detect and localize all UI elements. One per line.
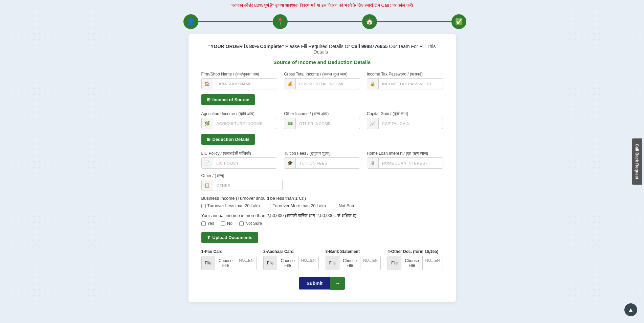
capital-gain-input-wrapper: 📈 [367, 118, 443, 129]
top-bar-suffix: पर कॉल करें! [393, 3, 413, 8]
annual-yes-item[interactable]: Yes [201, 221, 214, 226]
step-circle-2: 📍 [273, 14, 288, 29]
pan-choose-file-button[interactable]: Choose File [215, 256, 236, 270]
scroll-to-top-button[interactable]: ▲ [624, 303, 637, 316]
firm-shop-icon: 🏠 [202, 79, 213, 89]
section-title-text: Source of Income and [273, 59, 328, 65]
annual-not-sure-label: Not Sure [245, 221, 262, 226]
step-line-1 [198, 21, 273, 22]
progress-bar: 👤 📍 🏠 ✅ [0, 11, 644, 34]
bank-no-file-text: NO...EN [360, 256, 380, 270]
step-line-3 [377, 21, 451, 22]
top-bar-text: "आपका ऑर्डर 80% पूर्ण है" कृपया आवश्यक व… [231, 3, 393, 8]
tax-password-input[interactable] [379, 79, 443, 89]
capital-gain-group: Capital Gain / (पूंजी लाभ) 📈 [367, 111, 443, 129]
other-deduction-group: Other / (अन्य) 📋 [201, 173, 283, 191]
upload-documents-button[interactable]: ⬆ Upload Documents [201, 232, 258, 243]
lic-policy-input-wrapper: 📄 [201, 157, 277, 169]
turnover-less-item[interactable]: Turnover Less than 20 Lakh [201, 203, 260, 208]
business-income-label: Business Income (Turnover should be less… [201, 196, 443, 201]
other-doc-no-file-text: NO...EN [423, 256, 443, 270]
other-income-group: Other Income / (अन्य आय) 💵 [284, 111, 360, 129]
annual-income-checkboxes: Yes No Not Sure [201, 221, 443, 226]
lic-policy-input[interactable] [213, 158, 277, 168]
lic-policy-group: LIC Policy / (एलआईसी पॉलिसी) 📄 [201, 151, 277, 169]
bank-statement-file-row: File Choose File NO...EN [326, 256, 381, 270]
annual-not-sure-checkbox[interactable] [239, 221, 244, 226]
other-deduction-input[interactable] [213, 180, 282, 191]
firm-shop-group: Firm/Shop Name / (फर्म/दुकान नाम) 🏠 [201, 72, 277, 89]
income-source-btn-icon: ⊞ [207, 97, 210, 102]
turnover-less-checkbox[interactable] [201, 204, 206, 208]
firm-shop-input[interactable] [213, 79, 277, 89]
gross-income-input[interactable] [296, 79, 360, 89]
capital-gain-input[interactable] [379, 119, 443, 129]
deduction-details-button[interactable]: ⊞ Deduction Details [201, 134, 255, 145]
annual-no-checkbox[interactable] [221, 221, 225, 226]
agriculture-income-label: Agriculture Income / (कृषि आय) [201, 111, 277, 116]
aadhaar-no-file-text: NO...EN [298, 256, 318, 270]
gross-income-icon: 💰 [284, 79, 296, 89]
firm-shop-label: Firm/Shop Name / (फर्म/दुकान नाम) [201, 72, 277, 77]
submit-button[interactable]: Submit → [299, 277, 345, 290]
bank-file-button[interactable]: File [326, 256, 339, 270]
annual-income-label: Your annual income is more than 2,50,000… [201, 213, 443, 218]
capital-gain-icon: 📈 [367, 118, 379, 129]
income-source-btn-label: Income of Source [213, 97, 249, 102]
other-doc-label: 4-Other Doc. (form 16,16a) [387, 249, 443, 254]
firm-shop-input-wrapper: 🏠 [201, 78, 277, 89]
annual-not-sure-item[interactable]: Not Sure [239, 221, 262, 226]
pan-file-button[interactable]: File [202, 256, 215, 270]
aadhaar-choose-file-button[interactable]: Choose File [277, 256, 298, 270]
submit-text: Submit [299, 277, 330, 289]
annual-income-section: Your annual income is more than 2,50,000… [201, 213, 443, 226]
tax-password-label: Income Tax Password / (पासवर्ड) [367, 72, 443, 77]
annual-no-label: No [227, 221, 232, 226]
form-row-2: Agriculture Income / (कृषि आय) 🌿 Other I… [201, 111, 443, 129]
tuition-fees-input-wrapper: 🎓 [284, 157, 360, 169]
other-deduction-label: Other / (अन्य) [201, 173, 283, 178]
step-line-2 [288, 21, 362, 22]
progress-step-1: 👤 [183, 14, 198, 29]
gross-income-input-wrapper: 💰 [284, 78, 360, 89]
annual-no-item[interactable]: No [221, 221, 232, 226]
gross-income-label: Gross Total Income / (सकल कुल आय) [284, 72, 360, 77]
turnover-more-checkbox[interactable] [267, 204, 271, 208]
turnover-more-item[interactable]: Turnover More than 20 Lakh [267, 203, 326, 208]
not-sure-biz-item[interactable]: Not Sure [333, 203, 355, 208]
pan-no-file-text: NO...EN [236, 256, 256, 270]
annual-yes-label: Yes [207, 221, 214, 226]
income-of-source-button[interactable]: ⊞ Income of Source [201, 94, 255, 105]
submit-row: Submit → [201, 277, 443, 290]
call-back-request-tab[interactable]: Call Back Request [632, 138, 642, 185]
step-circle-3: 🏠 [362, 14, 377, 29]
other-deduction-input-wrapper: 📋 [201, 180, 283, 191]
lic-policy-icon: 📄 [202, 158, 213, 168]
other-income-icon: 💵 [284, 118, 296, 129]
form-row-3: LIC Policy / (एलआईसी पॉलिसी) 📄 Tuition F… [201, 151, 443, 169]
bank-choose-file-button[interactable]: Choose File [339, 256, 360, 270]
aadhaar-card-upload-group: 2-Aadhaar Card File Choose File NO...EN [263, 249, 319, 270]
home-loan-input[interactable] [379, 158, 443, 168]
agriculture-income-input[interactable] [213, 119, 277, 129]
bank-statement-upload-group: 3-Bank Statement File Choose File NO...E… [326, 249, 381, 270]
tax-password-icon: 🔒 [367, 79, 379, 89]
agriculture-income-group: Agriculture Income / (कृषि आय) 🌿 [201, 111, 277, 129]
other-doc-choose-file-button[interactable]: Choose File [401, 256, 422, 270]
other-income-input[interactable] [296, 119, 360, 129]
deduction-btn-icon: ⊞ [207, 137, 210, 142]
agriculture-income-input-wrapper: 🌿 [201, 118, 277, 129]
aadhaar-card-file-row: File Choose File NO...EN [263, 256, 319, 270]
annual-yes-checkbox[interactable] [201, 221, 206, 226]
aadhaar-card-label: 2-Aadhaar Card [263, 249, 319, 254]
order-phone: Call 9988776655 [351, 44, 387, 49]
gross-income-group: Gross Total Income / (सकल कुल आय) 💰 [284, 72, 360, 89]
lic-policy-label: LIC Policy / (एलआईसी पॉलिसी) [201, 151, 277, 156]
other-doc-file-button[interactable]: File [388, 256, 401, 270]
aadhaar-file-button[interactable]: File [264, 256, 277, 270]
home-loan-icon: 🖥 [367, 158, 379, 168]
order-notice: "YOUR ORDER is 80% Complete" Please Fill… [201, 44, 443, 55]
not-sure-biz-checkbox[interactable] [333, 204, 337, 208]
tuition-fees-input[interactable] [296, 158, 360, 168]
deduction-btn-label: Deduction Details [213, 137, 250, 142]
